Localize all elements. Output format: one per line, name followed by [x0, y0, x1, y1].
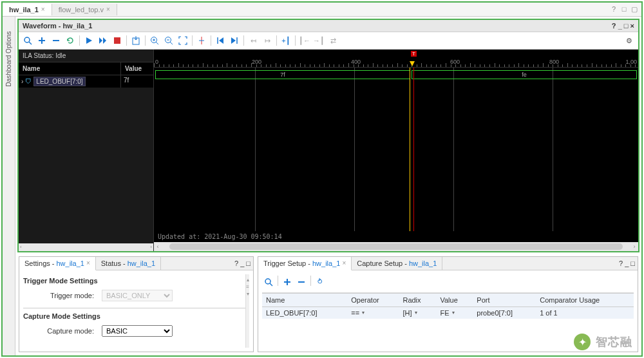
prev-marker-icon[interactable]: ┃←	[298, 34, 311, 47]
svg-point-0	[24, 37, 30, 42]
tab-flow-led[interactable]: flow_led_top.v ×	[52, 4, 117, 15]
zoom-out-icon[interactable]	[162, 34, 175, 47]
cell-usage: 1 of 1	[536, 306, 634, 319]
zoom-fit-icon[interactable]	[176, 34, 189, 47]
th-usage[interactable]: Comparator Usage	[536, 293, 634, 306]
refresh-icon[interactable]	[64, 34, 77, 47]
section-title: Capture Mode Settings	[23, 312, 245, 320]
next-marker-icon[interactable]: →┃	[312, 34, 325, 47]
swap-marker-icon[interactable]: ⇄	[327, 34, 339, 47]
svg-point-22	[265, 279, 270, 284]
svg-line-13	[156, 42, 158, 44]
next-edge-icon[interactable]: ↦	[261, 34, 274, 47]
chevron-down-icon: ▾	[415, 310, 417, 316]
th-operator[interactable]: Operator	[347, 293, 399, 306]
col-value[interactable]: Value	[121, 62, 153, 75]
maximize-icon[interactable]: □	[630, 259, 635, 267]
watermark: ✦ 智芯融	[574, 334, 632, 350]
signal-value: 7f	[121, 75, 153, 88]
waveform-canvas[interactable]: 7f fe	[154, 68, 638, 231]
cell-value[interactable]: FE▾	[436, 306, 473, 319]
last-icon[interactable]	[228, 34, 241, 47]
add-marker-icon[interactable]: +┃	[279, 34, 292, 47]
minimize-icon[interactable]: _	[625, 259, 629, 267]
trigger-mode-select[interactable]: BASIC_ONLY	[102, 290, 173, 301]
tab-label: flow_led_top.v	[59, 6, 104, 14]
tab-capture-setup[interactable]: Capture Setup - hw_ila_1	[352, 257, 442, 270]
close-icon[interactable]: ×	[41, 6, 45, 13]
minimize-icon[interactable]: _	[618, 22, 622, 30]
maximize-icon[interactable]: □	[246, 259, 251, 267]
remove-icon[interactable]	[50, 34, 62, 47]
section-title: Trigger Mode Settings	[23, 277, 245, 285]
restore-icon[interactable]: □	[624, 22, 629, 30]
splitter[interactable]: ▴≡▾	[245, 274, 249, 348]
gear-icon[interactable]: ⚙	[623, 34, 636, 47]
search-icon[interactable]	[262, 276, 275, 288]
th-port[interactable]: Port	[473, 293, 536, 306]
cell-operator[interactable]: ==▾	[347, 306, 399, 319]
hscroll[interactable]: ‹›	[19, 243, 153, 251]
svg-marker-19	[219, 37, 223, 44]
th-value[interactable]: Value	[436, 293, 473, 306]
stop-icon[interactable]	[111, 34, 124, 47]
cell-radix[interactable]: [H]▾	[399, 306, 436, 319]
tab-hw-ila[interactable]: hw_ila_1 ×	[3, 4, 52, 15]
cell-port: probe0[7:0]	[473, 306, 536, 319]
help-icon[interactable]: ?	[234, 259, 238, 267]
tab-trigger-setup[interactable]: Trigger Setup - hw_ila_1 ×	[258, 257, 352, 270]
close-icon[interactable]: ×	[342, 259, 346, 267]
svg-marker-6	[99, 37, 102, 44]
tab-settings[interactable]: Settings - hw_ila_1 ×	[19, 257, 96, 270]
chevron-down-icon: ▾	[452, 310, 455, 316]
close-icon[interactable]: ×	[630, 22, 634, 30]
restore-icon[interactable]: □	[620, 5, 629, 14]
trigger-mode-label: Trigger mode:	[36, 292, 94, 299]
sidebar-label: Dashboard Options	[5, 31, 12, 86]
run-all-icon[interactable]	[97, 34, 109, 47]
search-icon[interactable]	[21, 34, 34, 47]
zoom-in-icon[interactable]	[148, 34, 161, 47]
first-icon[interactable]	[214, 34, 227, 47]
expand-icon[interactable]: ›	[21, 78, 23, 85]
update-timestamp: Updated at: 2021-Aug-30 09:50:14	[154, 231, 638, 242]
th-radix[interactable]: Radix	[399, 293, 436, 306]
tab-status[interactable]: Status - hw_ila_1	[96, 257, 161, 270]
options-icon[interactable]: ⥁	[314, 276, 327, 288]
add-icon[interactable]	[35, 34, 48, 47]
time-ruler[interactable]: T 0 200 400 600 800 1,00	[154, 50, 638, 68]
tab-label: hw_ila_1	[9, 6, 39, 14]
run-icon[interactable]	[82, 34, 95, 47]
svg-marker-7	[103, 37, 106, 44]
trigger-marker-icon[interactable]: T	[411, 51, 417, 57]
svg-rect-8	[114, 37, 120, 44]
close-icon[interactable]: ×	[86, 259, 90, 267]
minimize-icon[interactable]: _	[240, 259, 244, 267]
table-row[interactable]: LED_OBUF[7:0] ==▾ [H]▾ FE▾ probe0[7:0] 1…	[262, 306, 634, 319]
export-icon[interactable]	[129, 34, 142, 47]
goto-cursor-icon[interactable]	[195, 34, 208, 47]
svg-line-16	[170, 42, 173, 44]
maximize-icon[interactable]: ▢	[630, 5, 639, 14]
waveform-panel: Waveform - hw_ila_1 ? _ □ ×	[17, 19, 639, 252]
help-icon[interactable]: ?	[612, 22, 616, 30]
chevron-down-icon: ▾	[362, 310, 365, 316]
ila-status: ILA Status: Idle	[19, 50, 153, 62]
signal-name: LED_OBUF[7:0]	[33, 77, 85, 86]
wechat-icon: ✦	[574, 334, 591, 350]
prev-edge-icon[interactable]: ↤	[247, 34, 260, 47]
help-icon[interactable]: ?	[609, 5, 618, 14]
col-name[interactable]: Name	[19, 62, 121, 75]
signal-row[interactable]: › ⛉ LED_OBUF[7:0] 7f	[19, 75, 153, 88]
capture-mode-select[interactable]: BASIC	[102, 325, 173, 337]
close-icon[interactable]: ×	[106, 6, 110, 13]
dashboard-options-sidebar[interactable]: Dashboard Options	[3, 17, 15, 355]
hscroll[interactable]: ‹›	[154, 242, 638, 251]
th-name[interactable]: Name	[262, 293, 347, 306]
remove-icon[interactable]	[295, 276, 308, 288]
help-icon[interactable]: ?	[619, 259, 623, 267]
add-icon[interactable]	[281, 276, 294, 288]
svg-marker-20	[231, 37, 236, 44]
cell-name: LED_OBUF[7:0]	[262, 306, 347, 319]
probe-icon: ⛉	[25, 78, 32, 85]
